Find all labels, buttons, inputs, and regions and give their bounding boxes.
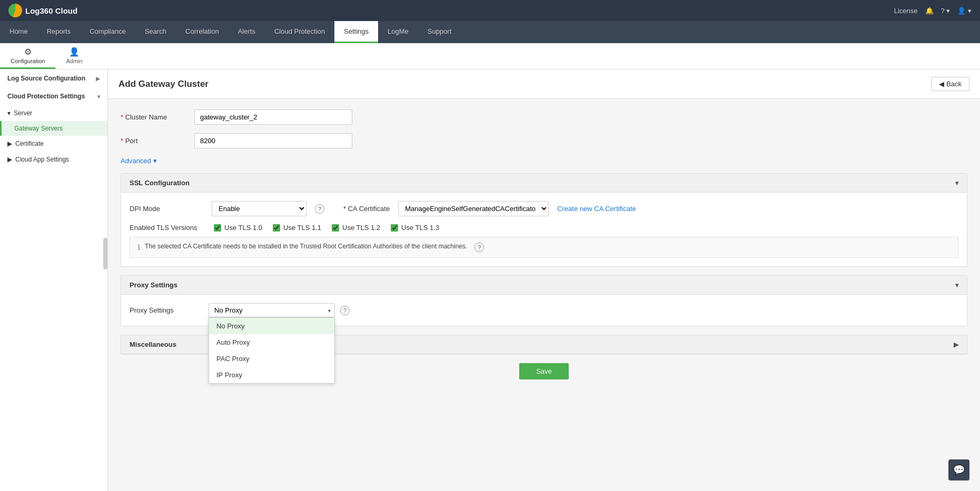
- logo-icon: [8, 4, 22, 17]
- tls-13-item: Use TLS 1.3: [391, 224, 439, 232]
- top-header: Log360 Cloud License 🔔 ? ▾ 👤 ▾: [0, 0, 980, 21]
- tls-10-label: Use TLS 1.0: [224, 224, 262, 232]
- proxy-label: Proxy Settings: [130, 306, 203, 314]
- port-row: Port: [121, 133, 967, 148]
- log-source-expand-icon: ▶: [96, 76, 100, 82]
- nav-bar: Home Reports Compliance Search Correlati…: [0, 21, 980, 43]
- dpi-help-icon[interactable]: ?: [315, 204, 324, 214]
- advanced-chevron-icon: ▾: [153, 157, 157, 165]
- ssl-config-body: DPI Mode Enable Disable ? * CA Certifica…: [121, 193, 967, 266]
- sidebar-cloud-app-settings[interactable]: ▶ Cloud App Settings: [0, 152, 107, 167]
- cert-expand-icon: ▶: [7, 140, 12, 147]
- ssl-collapse-icon: ▾: [955, 179, 958, 187]
- page-title: Add Gateway Cluster: [118, 79, 209, 89]
- app-name: Log360 Cloud: [25, 6, 77, 15]
- advanced-toggle[interactable]: Advanced ▾: [121, 157, 967, 165]
- nav-alerts[interactable]: Alerts: [229, 21, 265, 43]
- proxy-collapse-icon: ▾: [955, 282, 958, 289]
- tls-row: Enabled TLS Versions Use TLS 1.0 Use TLS…: [130, 224, 958, 232]
- proxy-dropdown-pac-proxy[interactable]: PAC Proxy: [209, 350, 334, 367]
- ssl-info-box: ℹ The selected CA Certificate needs to b…: [130, 237, 958, 258]
- sub-header: ⚙ Configuration 👤 Admin: [0, 43, 980, 69]
- sidebar: Log Source Configuration ▶ Cloud Protect…: [0, 69, 108, 491]
- sidebar-log-source[interactable]: Log Source Configuration ▶: [0, 69, 107, 87]
- proxy-dropdown-no-proxy[interactable]: No Proxy: [209, 318, 334, 334]
- ssl-config-title: SSL Configuration: [130, 179, 190, 187]
- chat-button[interactable]: 💬: [948, 459, 969, 480]
- proxy-dropdown-auto-proxy[interactable]: Auto Proxy: [209, 334, 334, 350]
- ssl-config-panel: SSL Configuration ▾ DPI Mode Enable Disa…: [121, 173, 967, 267]
- proxy-help-icon[interactable]: ?: [340, 306, 350, 315]
- proxy-settings-header[interactable]: Proxy Settings ▾: [121, 276, 967, 295]
- ssl-info-help-icon[interactable]: ?: [474, 243, 484, 252]
- tls-12-item: Use TLS 1.2: [332, 224, 380, 232]
- ca-cert-label: * CA Certificate: [343, 205, 390, 213]
- config-label: Configuration: [11, 58, 45, 64]
- proxy-dropdown-ip-proxy[interactable]: IP Proxy: [209, 367, 334, 383]
- back-button[interactable]: ◀ Back: [931, 77, 969, 91]
- notifications-icon[interactable]: 🔔: [925, 7, 934, 15]
- proxy-select[interactable]: No Proxy Auto Proxy PAC Proxy IP Proxy: [209, 303, 335, 317]
- gateway-servers-label: Gateway Servers: [14, 125, 63, 132]
- create-ca-link[interactable]: Create new CA Certificate: [557, 205, 636, 213]
- proxy-settings-body: Proxy Settings No Proxy Auto Proxy PAC P…: [121, 295, 967, 326]
- dpi-ca-row: DPI Mode Enable Disable ? * CA Certifica…: [130, 201, 958, 216]
- config-icon: ⚙: [24, 47, 32, 57]
- top-right-actions: License 🔔 ? ▾ 👤 ▾: [894, 7, 972, 15]
- proxy-settings-title: Proxy Settings: [130, 281, 177, 289]
- sidebar-scrollbar[interactable]: [103, 238, 107, 269]
- tls-label: Enabled TLS Versions: [130, 224, 203, 232]
- nav-search[interactable]: Search: [135, 21, 176, 43]
- tls-12-label: Use TLS 1.2: [342, 224, 380, 232]
- dpi-mode-select[interactable]: Enable Disable: [212, 201, 306, 216]
- tls-13-checkbox[interactable]: [391, 224, 398, 232]
- tls-12-checkbox[interactable]: [332, 224, 339, 232]
- sidebar-gateway-servers[interactable]: Gateway Servers: [0, 121, 107, 136]
- tls-11-checkbox[interactable]: [273, 224, 280, 232]
- tls-11-item: Use TLS 1.1: [273, 224, 321, 232]
- cluster-name-input[interactable]: [194, 109, 352, 125]
- back-label: Back: [946, 80, 962, 88]
- nav-cloud-protection[interactable]: Cloud Protection: [265, 21, 334, 43]
- nav-settings[interactable]: Settings: [334, 21, 378, 43]
- ssl-info-text: The selected CA Certificate needs to be …: [145, 243, 467, 250]
- proxy-settings-panel: Proxy Settings ▾ Proxy Settings No Proxy…: [121, 275, 967, 326]
- sidebar-certificate-group[interactable]: ▶ Certificate: [0, 136, 107, 152]
- port-input[interactable]: [194, 133, 352, 148]
- content-area: Add Gateway Cluster ◀ Back Cluster Name …: [108, 69, 980, 491]
- info-circle-icon: ℹ: [137, 243, 141, 252]
- misc-collapse-icon: ▶: [954, 341, 958, 348]
- license-link[interactable]: License: [894, 7, 918, 15]
- user-avatar[interactable]: 👤 ▾: [957, 7, 972, 15]
- server-collapse-icon: ▾: [7, 109, 11, 117]
- port-label: Port: [121, 137, 189, 145]
- certificate-label: Certificate: [15, 140, 44, 147]
- nav-compliance[interactable]: Compliance: [80, 21, 135, 43]
- cloud-app-label: Cloud App Settings: [15, 156, 69, 163]
- server-label: Server: [14, 109, 32, 117]
- nav-support[interactable]: Support: [418, 21, 461, 43]
- proxy-row: Proxy Settings No Proxy Auto Proxy PAC P…: [130, 303, 958, 317]
- tls-13-label: Use TLS 1.3: [401, 224, 439, 232]
- admin-label: Admin: [66, 58, 82, 64]
- tls-11-label: Use TLS 1.1: [283, 224, 321, 232]
- nav-logme[interactable]: LogMe: [378, 21, 418, 43]
- sidebar-server-group[interactable]: ▾ Server: [0, 105, 107, 121]
- advanced-label: Advanced: [121, 157, 151, 165]
- ca-cert-select[interactable]: ManageEngineSelfGeneratedCACertificato: [398, 201, 549, 216]
- nav-correlation[interactable]: Correlation: [176, 21, 229, 43]
- tls-10-checkbox[interactable]: [214, 224, 221, 232]
- sidebar-cloud-protection[interactable]: Cloud Protection Settings ▾: [0, 87, 107, 105]
- save-button[interactable]: Save: [519, 363, 569, 379]
- admin-icon: 👤: [69, 47, 80, 57]
- sub-nav-admin[interactable]: 👤 Admin: [55, 43, 93, 69]
- log-source-label: Log Source Configuration: [7, 75, 85, 82]
- cloud-protection-expand-icon: ▾: [97, 94, 100, 99]
- sub-nav-configuration[interactable]: ⚙ Configuration: [0, 43, 55, 69]
- help-icon[interactable]: ? ▾: [941, 7, 951, 15]
- ssl-config-header[interactable]: SSL Configuration ▾: [121, 174, 967, 193]
- nav-home[interactable]: Home: [0, 21, 37, 43]
- misc-title: Miscellaneous: [130, 340, 176, 348]
- cloud-app-expand-icon: ▶: [7, 156, 12, 163]
- nav-reports[interactable]: Reports: [37, 21, 81, 43]
